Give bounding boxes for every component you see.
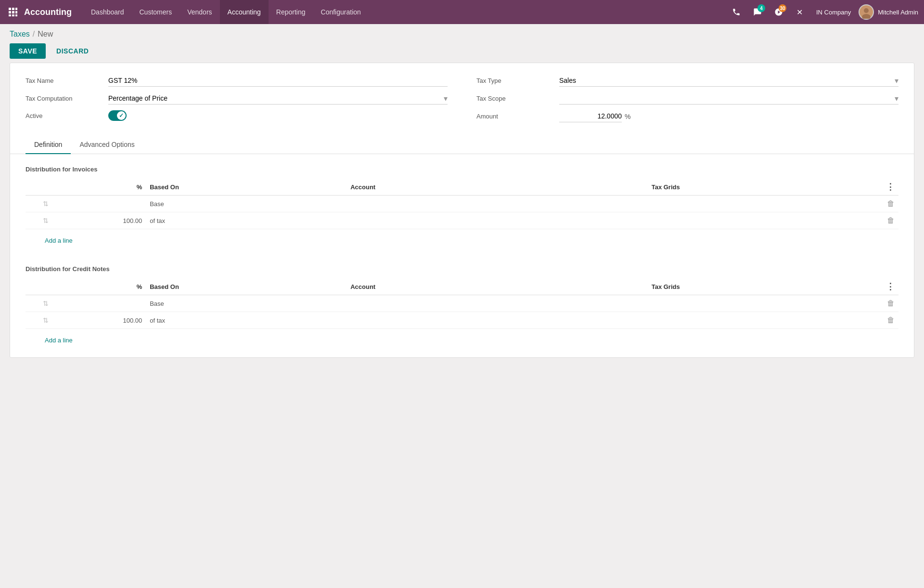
nav-reporting[interactable]: Reporting (269, 0, 313, 24)
phone-button[interactable] (728, 3, 745, 21)
app-brand: Accounting (24, 7, 72, 17)
svg-rect-0 (9, 8, 11, 10)
invoices-row2-percent: 100.00 (65, 212, 146, 229)
tab-content: Distribution for Invoices % Based On Acc… (10, 154, 914, 357)
credit-row1-basedon: Base (146, 295, 346, 312)
nav-dashboard[interactable]: Dashboard (83, 0, 132, 24)
amount-wrapper: % (559, 110, 630, 122)
svg-point-10 (864, 8, 869, 13)
tax-scope-select[interactable]: Services Goods (559, 92, 898, 105)
invoices-col-percent: % (65, 179, 146, 196)
delete-row2-icon[interactable]: 🗑 (887, 216, 895, 224)
svg-rect-7 (12, 14, 14, 16)
save-button[interactable]: SAVE (10, 43, 46, 59)
svg-rect-1 (12, 8, 14, 10)
invoices-col-basedon: Based On (146, 179, 346, 196)
invoices-table-menu-icon[interactable]: ⋮ (886, 182, 895, 192)
credit-row-2: ⇅ 100.00 of tax 🗑 (26, 312, 898, 329)
tax-name-label: Tax Name (26, 77, 103, 84)
invoices-col-actions: ⋮ (848, 179, 898, 196)
credit-col-basedon: Based On (146, 278, 346, 295)
invoices-section: Distribution for Invoices % Based On Acc… (26, 166, 898, 246)
invoices-section-title: Distribution for Invoices (26, 166, 898, 173)
sort-handle-icon[interactable]: ⇅ (43, 300, 49, 307)
nav-configuration[interactable]: Configuration (313, 0, 369, 24)
tax-computation-label: Tax Computation (26, 95, 103, 102)
avatar[interactable] (859, 4, 874, 20)
nav-vendors[interactable]: Vendors (180, 0, 219, 24)
svg-rect-3 (9, 11, 11, 13)
credit-row2-delete: 🗑 (848, 312, 898, 329)
tax-computation-select-wrapper: Fixed Percentage of Price Percentage of … (108, 92, 448, 105)
form-grid: Tax Name Tax Computation Fixed Percentag… (26, 75, 898, 128)
messages-badge: 4 (757, 4, 765, 12)
tax-computation-row: Tax Computation Fixed Percentage of Pric… (26, 92, 448, 105)
credit-col-percent: % (65, 278, 146, 295)
invoices-row2-account (346, 212, 648, 229)
close-button[interactable]: ✕ (791, 3, 808, 21)
user-name: Mitchell Admin (878, 9, 918, 16)
messages-button[interactable]: 4 (749, 3, 766, 21)
invoices-row1-sort: ⇅ (26, 196, 65, 212)
invoices-row1-account (346, 196, 648, 212)
form-section: Tax Name Tax Computation Fixed Percentag… (10, 63, 914, 136)
delete-row1-icon[interactable]: 🗑 (887, 199, 895, 208)
breadcrumb-parent[interactable]: Taxes (10, 30, 30, 39)
breadcrumb: Taxes / New (10, 30, 914, 39)
tax-type-label: Tax Type (476, 77, 553, 84)
tab-definition[interactable]: Definition (26, 136, 71, 154)
breadcrumb-current: New (38, 30, 53, 39)
active-toggle[interactable]: ✓ (108, 110, 127, 121)
tax-name-row: Tax Name (26, 75, 448, 87)
credit-col-account: Account (346, 278, 648, 295)
grid-icon[interactable] (6, 5, 20, 19)
active-row: Active ✓ (26, 110, 448, 121)
tab-advanced-options[interactable]: Advanced Options (71, 136, 143, 154)
tax-type-select[interactable]: Sales Purchase None (559, 75, 898, 87)
amount-input[interactable] (559, 110, 622, 122)
credit-row2-account (346, 312, 648, 329)
navbar-right: 4 30 ✕ IN Company Mitchell Admin (728, 3, 918, 21)
credit-row2-percent: 100.00 (65, 312, 146, 329)
delete-credit-row1-icon[interactable]: 🗑 (887, 299, 895, 307)
credit-table-menu-icon[interactable]: ⋮ (886, 281, 895, 292)
credit-row1-account (346, 295, 648, 312)
credit-col-sort (26, 278, 65, 295)
tax-name-input[interactable] (108, 75, 448, 87)
invoices-col-account: Account (346, 179, 648, 196)
invoices-row1-basedon: Base (146, 196, 346, 212)
main-card: Tax Name Tax Computation Fixed Percentag… (10, 63, 914, 358)
discard-button[interactable]: DISCARD (50, 43, 95, 59)
page-header: Taxes / New SAVE DISCARD (0, 24, 924, 63)
action-bar: SAVE DISCARD (10, 43, 914, 59)
activity-badge: 30 (779, 4, 786, 12)
sort-handle-icon[interactable]: ⇅ (43, 200, 49, 208)
navbar: Accounting Dashboard Customers Vendors A… (0, 0, 924, 24)
nav-accounting[interactable]: Accounting (220, 0, 269, 24)
tabs-bar: Definition Advanced Options (10, 136, 914, 154)
credit-notes-add-line-button[interactable]: Add a line (45, 335, 73, 346)
close-icon: ✕ (796, 8, 803, 17)
invoices-row1-taxgrids (648, 196, 848, 212)
invoices-col-sort (26, 179, 65, 196)
svg-rect-8 (15, 14, 17, 16)
activity-button[interactable]: 30 (770, 3, 787, 21)
credit-notes-section-title: Distribution for Credit Notes (26, 265, 898, 273)
credit-row1-percent (65, 295, 146, 312)
credit-row1-sort: ⇅ (26, 295, 65, 312)
sort-handle-icon[interactable]: ⇅ (43, 316, 49, 324)
nav-customers[interactable]: Customers (132, 0, 180, 24)
svg-rect-5 (15, 11, 17, 13)
sort-handle-icon[interactable]: ⇅ (43, 217, 49, 224)
invoices-add-line-button[interactable]: Add a line (45, 235, 73, 246)
amount-suffix: % (625, 113, 630, 120)
credit-row1-taxgrids (648, 295, 848, 312)
invoices-row2-sort: ⇅ (26, 212, 65, 229)
credit-row1-delete: 🗑 (848, 295, 898, 312)
toggle-knob: ✓ (117, 111, 126, 120)
invoices-col-taxgrids: Tax Grids (648, 179, 848, 196)
main-nav: Dashboard Customers Vendors Accounting R… (83, 0, 728, 24)
delete-credit-row2-icon[interactable]: 🗑 (887, 316, 895, 324)
tax-computation-select[interactable]: Fixed Percentage of Price Percentage of … (108, 92, 448, 105)
tax-scope-select-wrapper: Services Goods ▾ (559, 92, 898, 105)
